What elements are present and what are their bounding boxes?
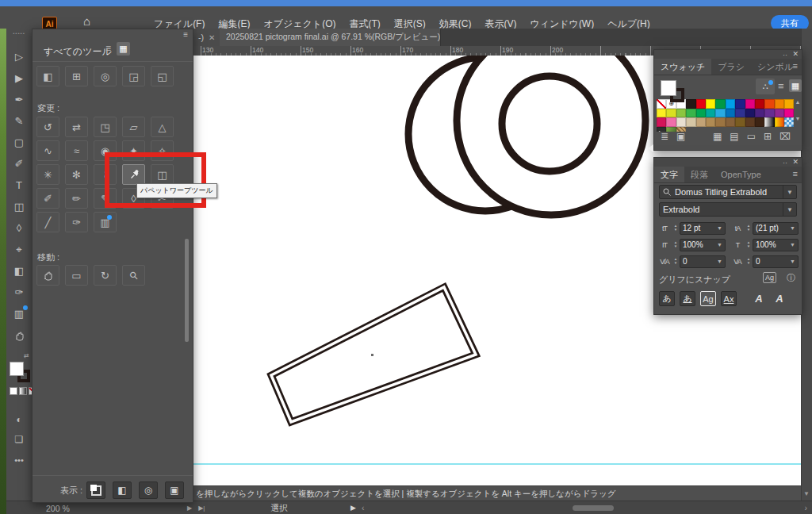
center-anchor-dot[interactable] [371, 354, 373, 356]
scale-tool[interactable]: ◳ [94, 117, 117, 137]
rotate-view-tool[interactable]: ✑ [65, 212, 88, 232]
live-paint-selection-tool[interactable]: ◎ [94, 66, 117, 86]
ruby-button[interactable]: あ [680, 291, 695, 306]
swatch[interactable] [696, 109, 706, 118]
show-fill-stroke-button[interactable] [86, 481, 105, 499]
pen-tool-icon[interactable]: ✒ [6, 89, 32, 110]
swatch[interactable] [745, 109, 755, 118]
tracking-stepper[interactable]: ▲▼ [745, 258, 752, 265]
gradient-tool[interactable]: ◧ [36, 66, 59, 86]
type-tool-icon[interactable]: T [6, 175, 32, 196]
hand-tool[interactable] [36, 265, 59, 286]
tab-3[interactable]: OpenType [714, 167, 768, 182]
swatch[interactable] [657, 117, 666, 127]
width-tool[interactable]: ∿ [36, 140, 59, 161]
eraser-tool-icon[interactable]: ◊ [6, 217, 32, 239]
panel-scrollbar-thumb[interactable] [185, 239, 189, 342]
last-artboard-icon[interactable]: ▶| [198, 504, 205, 512]
swatch[interactable] [715, 99, 725, 109]
swatch[interactable] [775, 109, 784, 118]
leading-stepper[interactable]: ▲▼ [745, 224, 752, 232]
close-icon[interactable]: ✕ [792, 158, 799, 166]
swatch[interactable] [735, 99, 745, 109]
swatch[interactable] [686, 99, 695, 109]
swatch[interactable] [755, 117, 764, 127]
fill-stroke-indicator[interactable] [10, 362, 30, 382]
swatch[interactable] [686, 109, 695, 118]
puppet-pin-tool-icon[interactable]: ✑ [6, 282, 32, 303]
artboard-frame-icon[interactable]: ◫ [6, 196, 32, 217]
graph-tool-icon[interactable]: ▥ [6, 303, 32, 324]
swatch[interactable] [745, 117, 755, 127]
font-size-value[interactable]: 12 pt▼ [680, 222, 726, 235]
show-swatch-kinds-icon[interactable]: ▦ [713, 131, 722, 142]
vertical-scrollbar[interactable]: ▼ [801, 29, 812, 501]
horizontal-scale-stepper[interactable]: ▲▼ [745, 241, 752, 248]
swatch[interactable] [696, 117, 706, 127]
list-view-icon[interactable]: ≡ [778, 80, 784, 92]
panel-menu-icon[interactable]: ≡ [793, 61, 798, 71]
toolbar-grip[interactable]: ••••• [6, 31, 32, 36]
swatch[interactable] [657, 109, 666, 118]
reflect-tool[interactable]: ⇄ [65, 117, 88, 137]
delete-swatch-icon[interactable]: ⌧ [779, 131, 791, 142]
scroll-left-icon[interactable]: ‹ [362, 503, 365, 512]
swatch[interactable] [764, 99, 774, 109]
list-view-icon[interactable]: ≡ [102, 43, 114, 56]
grid-view-icon[interactable]: ▦ [789, 79, 802, 92]
swatch[interactable] [764, 109, 774, 118]
swatch[interactable] [726, 117, 735, 127]
shape-builder-tool-icon[interactable]: ⌖ [6, 239, 32, 260]
tab-2[interactable]: ブラシ [711, 59, 751, 75]
more-tools-icon[interactable]: ••• [6, 455, 32, 465]
close-icon[interactable]: ✕ [792, 50, 799, 58]
swatch[interactable] [657, 99, 666, 109]
color-button[interactable] [10, 387, 17, 395]
zoom-tool[interactable]: ⚲ [122, 265, 145, 286]
swatch[interactable] [706, 117, 715, 127]
color-themes-button[interactable]: ∴ [756, 79, 775, 94]
swatch[interactable] [735, 117, 745, 127]
reshape-tool[interactable]: △ [151, 117, 174, 137]
alternates-button[interactable]: Ax [721, 291, 737, 306]
mesh-tool[interactable]: ⊞ [65, 66, 88, 86]
skew-left-button[interactable]: A [751, 291, 767, 306]
rotate-canvas-tool[interactable]: ↻ [94, 265, 117, 286]
blend-mode-icon[interactable]: ◐ [6, 414, 32, 425]
home-icon[interactable]: ⌂ [83, 14, 90, 28]
swatch-scrollbar[interactable]: ▲▼ [795, 99, 801, 131]
chevron-down-icon[interactable]: ▼ [783, 186, 796, 198]
horizontal-scrollbar-thumb[interactable] [573, 505, 614, 511]
glyph-options-icon[interactable]: Ag [763, 272, 776, 283]
swap-fill-stroke-icon[interactable]: ⇄ [24, 352, 29, 359]
show-gradient-button[interactable]: ◧ [113, 481, 132, 499]
new-color-group-icon[interactable]: ▭ [747, 131, 756, 142]
swatch[interactable] [775, 99, 784, 109]
show-shapes-button[interactable]: ◎ [139, 481, 158, 499]
warp-tool[interactable]: ≈ [65, 140, 88, 161]
font-size-stepper[interactable]: ▲▼ [672, 224, 679, 232]
graph-tool[interactable]: ▥ [94, 212, 117, 232]
direct-selection-tool-icon[interactable]: ▶ [6, 67, 32, 89]
scallop-tool[interactable]: ✳ [36, 164, 59, 185]
fill-color-swatch[interactable] [661, 80, 676, 96]
swatch[interactable] [706, 99, 715, 109]
gradient-button[interactable] [19, 387, 27, 395]
vertical-scale-value[interactable]: 100%▼ [680, 239, 726, 251]
knife-tool[interactable]: ╱ [36, 212, 59, 232]
swatch-options-icon[interactable]: ▤ [730, 131, 738, 142]
glyph-snap-button[interactable]: Ag [700, 291, 716, 306]
crystallize-tool[interactable]: ✻ [65, 164, 88, 185]
panel-menu-icon[interactable]: ≡ [793, 169, 798, 178]
library-add-icon[interactable]: ▣ [676, 131, 685, 142]
collapse-icon[interactable]: ‥ [783, 157, 787, 165]
shear-tool[interactable]: ▱ [122, 117, 145, 137]
live-paint-bucket-tool[interactable]: ◲ [122, 66, 145, 86]
chevron-down-icon[interactable]: ▼ [783, 203, 796, 216]
pencil-tool[interactable]: ✏ [65, 188, 88, 209]
perspective-selection-tool[interactable]: ◱ [151, 66, 174, 86]
swatch[interactable] [676, 109, 686, 118]
swatch[interactable] [666, 109, 676, 118]
outline-circle-inner[interactable] [502, 76, 597, 171]
status-options-icon[interactable]: ▶ [350, 504, 356, 512]
